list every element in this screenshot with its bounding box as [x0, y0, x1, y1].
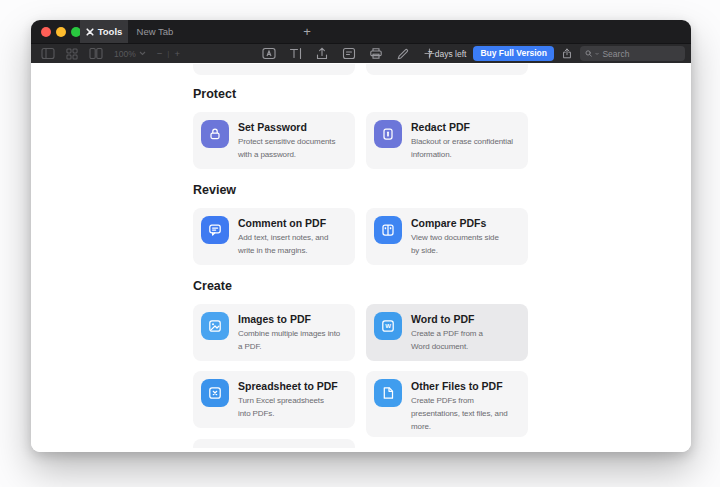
share-icon[interactable]	[561, 47, 573, 60]
partial-card[interactable]	[193, 64, 355, 75]
zoom-out-button[interactable]: −	[157, 48, 163, 59]
card-other-files-to-pdf[interactable]: Other Files to PDF Create PDFs from pres…	[366, 371, 528, 437]
window-controls	[41, 27, 81, 37]
card-description: Add text, insert notes, and write in the…	[238, 231, 328, 257]
card-compare-pdfs[interactable]: Compare PDFs View two documents side by …	[366, 208, 528, 265]
card-description: Protect sensitive documents with a passw…	[238, 135, 335, 161]
zoom-controls: − | +	[157, 48, 180, 59]
card-description: Combine multiple images into a PDF.	[238, 327, 340, 353]
card-title: Other Files to PDF	[411, 380, 508, 393]
tools-page: Protect Set Password Protect sensitive d…	[31, 63, 691, 452]
card-title: Set Password	[238, 121, 335, 134]
zoom-level: 100%	[114, 49, 136, 59]
search-input[interactable]	[602, 49, 680, 59]
card-title: Spreadsheet to PDF	[238, 380, 338, 393]
redact-icon	[374, 120, 402, 148]
toolbar-center-group	[262, 44, 436, 63]
card-images-to-pdf[interactable]: Images to PDF Combine multiple images in…	[193, 304, 355, 361]
card-title: Word to PDF	[411, 313, 483, 326]
tab-label: Tools	[98, 26, 123, 37]
tab-bar: Tools New Tab +	[31, 20, 691, 43]
print-icon[interactable]	[369, 47, 383, 60]
svg-text:W: W	[385, 323, 391, 329]
word-icon: W	[374, 312, 402, 340]
card-description: Create a PDF from a Word document.	[411, 327, 483, 353]
toolbar: 100% − | +	[31, 43, 691, 63]
partial-card[interactable]	[366, 64, 528, 75]
trial-countdown: 7 days left	[428, 49, 467, 59]
divider: |	[167, 49, 169, 58]
card-comment-on-pdf[interactable]: Comment on PDF Add text, insert notes, a…	[193, 208, 355, 265]
lock-icon	[201, 120, 229, 148]
card-row: Images to PDF Combine multiple images in…	[193, 304, 528, 361]
tab-tools[interactable]: Tools	[80, 20, 128, 43]
note-icon[interactable]	[342, 47, 356, 60]
cutoff-cards-top	[193, 64, 528, 75]
card-title: Images to PDF	[238, 313, 340, 326]
upload-icon[interactable]	[315, 47, 329, 60]
card-description: Create PDFs from presentations, text fil…	[411, 394, 508, 433]
card-title: Compare PDFs	[411, 217, 499, 230]
page-view-icon[interactable]	[89, 47, 103, 60]
cutoff-card-bottom[interactable]	[193, 439, 355, 448]
app-window: Tools New Tab +	[31, 20, 691, 452]
chevron-down-icon	[139, 51, 146, 56]
card-row: Comment on PDF Add text, insert notes, a…	[193, 208, 528, 265]
pen-icon[interactable]	[396, 47, 410, 60]
search-icon	[585, 49, 592, 58]
card-row: Set Password Protect sensitive documents…	[193, 112, 528, 169]
minimize-button[interactable]	[56, 27, 66, 37]
tools-x-icon	[86, 28, 94, 36]
search-field[interactable]	[580, 46, 685, 61]
zoom-dropdown[interactable]: 100%	[114, 49, 146, 59]
tab-label: New Tab	[137, 26, 174, 37]
card-description: Blackout or erase confidential informati…	[411, 135, 513, 161]
compare-icon	[374, 216, 402, 244]
add-tab-button[interactable]: +	[299, 20, 315, 43]
section-heading-protect: Protect	[193, 88, 528, 101]
section-heading-create: Create	[193, 280, 528, 293]
card-title: Redact PDF	[411, 121, 513, 134]
close-button[interactable]	[41, 27, 51, 37]
card-description: Turn Excel spreadsheets into PDFs.	[238, 394, 338, 420]
search-scope-chevron-icon	[595, 52, 599, 56]
buy-full-version-button[interactable]: Buy Full Version	[473, 46, 554, 61]
text-tool-icon[interactable]	[289, 47, 302, 60]
card-description: View two documents side by side.	[411, 231, 499, 257]
document-icon	[374, 379, 402, 407]
toolbar-right-group: 7 days left Buy Full Version	[428, 46, 685, 61]
comment-icon	[201, 216, 229, 244]
card-word-to-pdf[interactable]: W Word to PDF Create a PDF from a Word d…	[366, 304, 528, 361]
section-heading-review: Review	[193, 184, 528, 197]
annotate-icon[interactable]	[262, 47, 276, 60]
card-spreadsheet-to-pdf[interactable]: Spreadsheet to PDF Turn Excel spreadshee…	[193, 371, 355, 428]
card-redact-pdf[interactable]: Redact PDF Blackout or erase confidentia…	[366, 112, 528, 169]
images-icon	[201, 312, 229, 340]
sidebar-icon[interactable]	[41, 47, 55, 60]
card-title: Comment on PDF	[238, 217, 328, 230]
tools-grid: Protect Set Password Protect sensitive d…	[193, 63, 528, 448]
zoom-in-button[interactable]: +	[174, 48, 180, 59]
card-set-password[interactable]: Set Password Protect sensitive documents…	[193, 112, 355, 169]
toolbar-left-group: 100% − | +	[41, 44, 180, 63]
thumbnails-icon[interactable]	[66, 48, 78, 60]
tab-new-tab[interactable]: New Tab	[128, 20, 182, 43]
card-row: Spreadsheet to PDF Turn Excel spreadshee…	[193, 371, 528, 437]
spreadsheet-icon	[201, 379, 229, 407]
